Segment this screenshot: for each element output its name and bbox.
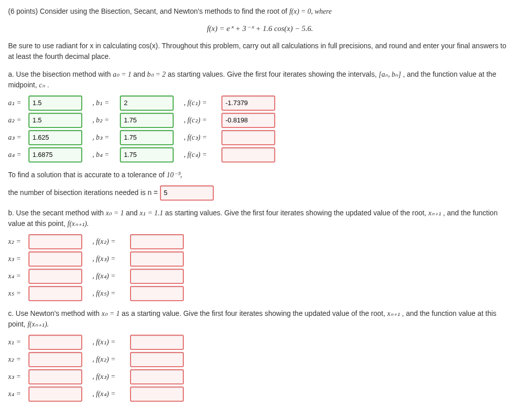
f-label: , f(c₄) = [184,149,219,160]
f-input[interactable] [221,130,275,145]
bisection-row: a₃ =, b₃ =, f(c₃) = [8,130,512,145]
newton-row: x₃ =, f(x₃) = [8,369,512,384]
b-label: , b₃ = [92,132,118,143]
f-label: , f(c₃) = [184,132,219,143]
b-input[interactable] [120,95,174,111]
a-label: a₃ = [8,132,26,143]
x-label: x₄ = [8,271,26,281]
tol-val: 10⁻⁵, [167,171,182,179]
part-b-text: b. Use the secant method with x₀ = 1 and… [8,208,512,229]
b-input[interactable] [120,113,174,128]
pa-t1: a. Use the bisection method with [8,70,113,78]
equation-display: f(x) = eˣ + 3⁻ˣ + 1.6 cos(x) − 5.6. [8,23,512,35]
b-input[interactable] [120,147,174,163]
x-label: x₂ = [8,354,26,365]
problem-header: (6 points) Consider using the Bisection,… [8,6,512,17]
pa-p: . [47,81,49,89]
a-input[interactable] [28,130,82,145]
x-input[interactable] [28,251,82,267]
x-input[interactable] [28,286,82,301]
fx-label: , f(x₃) = [92,371,128,382]
fx-label: , f(x₄) = [92,389,128,399]
a-input[interactable] [28,95,82,111]
bisection-row: a₄ =, b₄ =, f(c₄) = [8,147,512,163]
pa-t2: as starting values. Give the first four … [168,70,379,78]
pb-fxn1: f(xₙ₊₁). [68,220,89,228]
instructions: Be sure to use radiant for x in calculat… [8,41,512,62]
header-text: (6 points) Consider using the Bisection,… [8,7,289,15]
f-label: , f(c₁) = [184,98,219,108]
pb-xn1: xₙ₊₁ [428,209,441,217]
x-input[interactable] [28,335,82,350]
x-label: x₅ = [8,288,26,299]
x-input[interactable] [28,386,82,402]
pc-t2: as a starting value. Give the first four… [122,309,387,317]
f-label: , f(c₂) = [184,115,219,125]
pb-t2: as starting values. Give the first four … [165,209,428,217]
bisection-row: a₂ =, b₂ =, f(c₂) = [8,113,512,128]
f-input[interactable] [221,147,275,163]
iter-text: the number of bisection iterations neede… [8,187,158,198]
x-label: x₃ = [8,371,26,382]
a-input[interactable] [28,147,82,163]
b-label: , b₂ = [92,115,118,125]
pc-fxn1: f(xₙ₊₁). [27,320,49,328]
b-label: , b₁ = [92,98,118,108]
fx-input[interactable] [130,352,184,367]
pc-xn1: xₙ₊₁ [387,310,400,317]
pa-int: [aₙ, bₙ] [379,71,401,78]
pc-x0: x₀ = 1 [102,310,120,317]
f-input[interactable] [221,113,275,128]
secant-row: x₂ =, f(x₂) = [8,234,512,249]
fx-label: , f(x₃) = [92,253,128,264]
newton-row: x₄ =, f(x₄) = [8,386,512,402]
newton-row: x₂ =, f(x₂) = [8,352,512,367]
inline-eq: f(x) = 0, where [289,8,332,15]
x-input[interactable] [28,369,82,384]
x-label: x₂ = [8,236,26,247]
x-label: x₄ = [8,389,26,399]
a-label: a₁ = [8,98,26,108]
x-input[interactable] [28,269,82,284]
tolerance-line: To find a solution that is accurate to a… [8,170,512,180]
pa-cn: cₙ [39,81,45,89]
fx-input[interactable] [130,251,184,267]
a-label: a₄ = [8,149,26,160]
fx-label: , f(x₂) = [92,354,128,365]
pb-x1: x₁ = 1.1 [140,209,163,217]
secant-row: x₄ =, f(x₄) = [8,269,512,284]
pa-and: and [134,70,147,78]
fx-input[interactable] [130,286,184,301]
fx-input[interactable] [130,386,184,402]
fx-input[interactable] [130,335,184,350]
fx-label: , f(x₁) = [92,337,128,347]
a-input[interactable] [28,113,82,128]
a-label: a₂ = [8,115,26,125]
fx-label: , f(x₄) = [92,271,128,281]
tol-t1: To find a solution that is accurate to a… [8,171,167,179]
fx-label: , f(x₂) = [92,236,128,247]
secant-row: x₃ =, f(x₃) = [8,251,512,267]
iterations-row: the number of bisection iterations neede… [8,185,512,201]
f-input[interactable] [221,95,275,111]
fx-label: , f(x₅) = [92,288,128,299]
fx-input[interactable] [130,234,184,249]
pb-x0: x₀ = 1 [106,209,124,217]
secant-row: x₅ =, f(x₅) = [8,286,512,301]
x-input[interactable] [28,352,82,367]
bisection-row: a₁ =, b₁ =, f(c₁) = [8,95,512,111]
pb-and: and [126,209,140,217]
pc-t1: c. Use Newton's method with [8,309,102,317]
n-input[interactable] [160,185,214,201]
pa-a0: a₀ = 1 [113,71,131,78]
x-label: x₁ = [8,337,26,347]
b-input[interactable] [120,130,174,145]
part-a-text: a. Use the bisection method with a₀ = 1 … [8,69,512,90]
fx-input[interactable] [130,269,184,284]
fx-input[interactable] [130,369,184,384]
x-input[interactable] [28,234,82,249]
newton-row: x₁ =, f(x₁) = [8,335,512,350]
b-label: , b₄ = [92,149,118,160]
part-c-text: c. Use Newton's method with x₀ = 1 as a … [8,308,512,330]
pa-b0: b₀ = 2 [147,71,166,78]
